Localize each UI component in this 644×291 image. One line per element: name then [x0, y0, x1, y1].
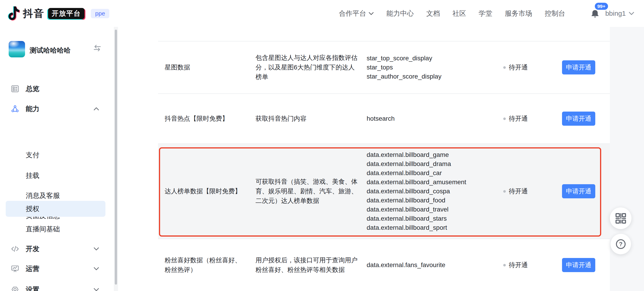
sidebar-item-ability[interactable]: 能力	[0, 102, 114, 116]
nav-label: 学堂	[479, 9, 492, 18]
qr-code-button[interactable]	[610, 208, 632, 229]
chevron-up-icon	[93, 107, 99, 111]
sidebar-item-overview[interactable]: 总览	[0, 82, 114, 96]
apply-open-button[interactable]: 申请开通	[562, 60, 595, 74]
nav-label: 控制台	[545, 9, 565, 18]
brand-name: 抖音	[23, 7, 44, 20]
capability-name: 达人榜单数据【限时免费】	[165, 186, 245, 196]
sidebar-item-pay[interactable]: 支付	[0, 148, 114, 162]
scope-value: data.external.billboard_stars	[367, 214, 508, 223]
ability-icon	[11, 105, 19, 113]
status-dot-icon	[503, 264, 506, 266]
status-dot-icon	[503, 190, 506, 193]
capability-name: 星图数据	[165, 62, 245, 72]
sidebar: 测试哈哈哈哈 总览 能力 支付 挂载 消息及客服	[0, 27, 114, 291]
capability-description: 获取抖音热门内容	[256, 114, 359, 124]
bell-icon	[591, 9, 599, 18]
status-badge: 待开通	[503, 261, 528, 269]
sidebar-item-operation[interactable]: 运营	[0, 262, 114, 276]
top-nav-menu: 合作平台 能力中心 文档 社区 学堂 服务市场 控制台	[339, 9, 565, 18]
status-badge: 待开通	[503, 63, 528, 72]
nav-item-academy[interactable]: 学堂	[479, 9, 492, 18]
status-dot-icon	[503, 118, 506, 120]
scope-value: data.external.billboard_car	[367, 168, 508, 178]
nav-item-docs[interactable]: 文档	[426, 9, 440, 18]
status-dot-icon	[503, 66, 506, 69]
swap-arrows-icon	[93, 45, 102, 52]
switch-workspace-button[interactable]	[93, 45, 102, 52]
table-row: 粉丝喜好数据（粉丝喜好、粉丝热评） 用户授权后，该接口可用于查询用户粉丝喜好、粉…	[158, 239, 610, 291]
env-badge: ppe	[91, 9, 109, 18]
chevron-down-icon	[93, 267, 99, 270]
help-button[interactable]: ?	[610, 234, 631, 254]
notification-count-badge: 99+	[595, 3, 608, 10]
scope-value: hotsearch	[367, 114, 508, 123]
sidebar-item-label: 运营	[26, 264, 40, 274]
status-badge: 待开通	[503, 187, 528, 196]
username: bbing1	[605, 10, 626, 17]
scope-value: star_tops	[367, 63, 508, 72]
sidebar-item-label: 挂载	[26, 171, 40, 180]
status-text: 待开通	[509, 261, 528, 269]
nav-label: 文档	[426, 9, 440, 18]
nav-item-console[interactable]: 控制台	[545, 9, 565, 18]
douyin-note-icon	[8, 6, 20, 21]
scope-value: data.external.billboard_drama	[367, 160, 508, 168]
status-text: 待开通	[509, 187, 528, 196]
status-text: 待开通	[509, 114, 528, 123]
scope-value: data.external.billboard_amusement	[367, 178, 508, 187]
dashboard-icon	[11, 85, 19, 93]
sidebar-item-settings[interactable]: 设置	[0, 282, 114, 291]
top-navigation-bar: 抖音 开放平台 ppe 合作平台 能力中心 文档 社区 学堂 服务市场 控制台 …	[0, 0, 644, 27]
capability-description: 包含星图达人与达人对应各指数评估分，以及星图6大热门维度下的达人榜单	[256, 53, 359, 82]
nav-item-ability-center[interactable]: 能力中心	[386, 9, 414, 18]
douyin-open-platform-console: { "header": { "brand": { "name": "抖音", "…	[0, 0, 644, 291]
table-row-highlighted: 达人榜单数据【限时免费】 可获取抖音（搞笑、游戏、美食、体育、娱乐明星、剧情、汽…	[158, 144, 610, 239]
workspace-name: 测试哈哈哈哈	[30, 46, 70, 55]
chevron-down-icon	[628, 12, 634, 15]
table-row: 抖音热点【限时免费】 获取抖音热门内容 hotsearch 待开通 申请开通	[158, 93, 610, 144]
apply-open-button[interactable]: 申请开通	[562, 258, 595, 272]
sidebar-item-development[interactable]: 开发	[0, 242, 114, 256]
scope-list: data.external.billboard_gamedata.externa…	[367, 150, 508, 232]
capability-description: 用户授权后，该接口可用于查询用户粉丝喜好、粉丝热评等相关数据	[256, 256, 359, 274]
sidebar-scrollbar-thumb[interactable]	[115, 30, 117, 284]
sidebar-item-mount[interactable]: 挂载	[0, 168, 114, 183]
notification-bell-button[interactable]: 99+	[591, 9, 599, 18]
sidebar-item-label: 支付	[26, 150, 40, 160]
help-icon: ?	[615, 238, 626, 250]
sidebar-item-label: 开发	[26, 244, 40, 254]
status-badge: 待开通	[503, 114, 528, 123]
nav-label: 合作平台	[339, 9, 366, 18]
sidebar-item-live-room-basic[interactable]: 直播间基础	[0, 222, 114, 236]
apply-open-button[interactable]: 申请开通	[562, 184, 595, 198]
scope-value: star_top_score_display	[367, 54, 508, 63]
chevron-down-icon	[368, 12, 374, 15]
nav-item-community[interactable]: 社区	[452, 9, 466, 18]
nav-item-service-market[interactable]: 服务市场	[505, 9, 532, 18]
user-menu[interactable]: bbing1	[605, 10, 634, 17]
workspace-avatar	[9, 41, 25, 58]
nav-label: 社区	[452, 9, 466, 18]
brand-logo[interactable]: 抖音 开放平台 ppe	[8, 6, 109, 21]
capability-name: 抖音热点【限时免费】	[165, 114, 245, 124]
operation-icon	[11, 264, 19, 273]
nav-label: 服务市场	[505, 9, 532, 18]
scope-value: data.external.billboard_sport	[367, 223, 508, 232]
sidebar-item-authorization[interactable]: 授权	[6, 201, 106, 217]
svg-text:?: ?	[619, 241, 622, 247]
capability-name: 粉丝喜好数据（粉丝喜好、粉丝热评）	[165, 256, 245, 274]
apply-open-button[interactable]: 申请开通	[562, 112, 595, 126]
nav-item-partner-platform[interactable]: 合作平台	[339, 9, 374, 18]
code-icon	[11, 245, 19, 253]
sidebar-item-label: 总览	[26, 84, 40, 94]
nav-label: 能力中心	[386, 9, 414, 18]
scope-value: data.external.billboard_cospa	[367, 187, 508, 196]
sidebar-item-label: 设置	[26, 285, 40, 291]
scope-value: data.external.billboard_game	[367, 150, 508, 160]
chevron-down-icon	[93, 247, 99, 251]
sidebar-item-label: 直播间基础	[26, 224, 60, 234]
sidebar-item-label: 授权	[26, 204, 40, 214]
scope-value: data.external.billboard_travel	[367, 205, 508, 214]
table-row: 星图数据 包含星图达人与达人对应各指数评估分，以及星图6大热门维度下的达人榜单 …	[158, 41, 610, 93]
